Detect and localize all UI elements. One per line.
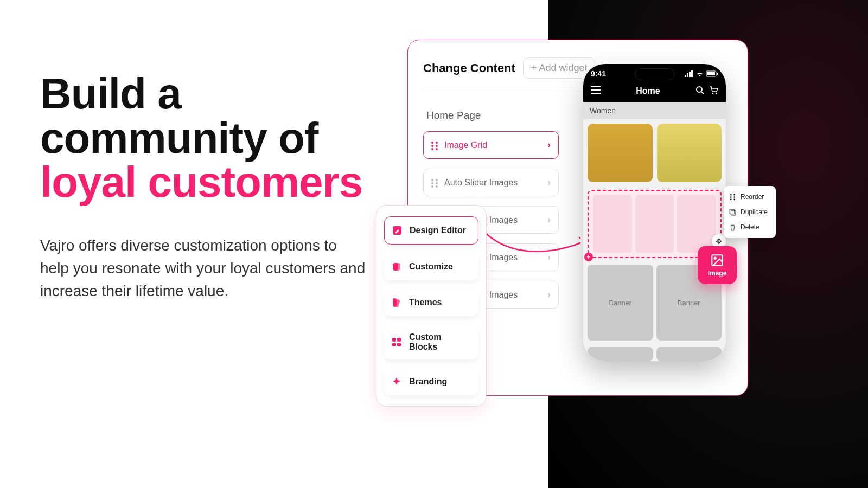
search-icon[interactable] bbox=[695, 86, 704, 97]
menu-item-themes[interactable]: Themes bbox=[384, 289, 478, 316]
svg-rect-8 bbox=[397, 343, 401, 346]
drag-handle-icon[interactable] bbox=[431, 179, 439, 187]
ctx-label: Delete bbox=[741, 223, 760, 231]
product-row bbox=[583, 119, 726, 187]
svg-rect-14 bbox=[707, 72, 715, 75]
tools-menu: Design EditorCustomizeThemesCustom Block… bbox=[376, 205, 487, 407]
svg-rect-2 bbox=[396, 263, 400, 271]
svg-rect-10 bbox=[687, 73, 688, 77]
svg-rect-12 bbox=[691, 70, 693, 77]
ctx-reorder[interactable]: Reorder bbox=[724, 189, 776, 204]
app-bar: Home bbox=[591, 86, 718, 97]
phone-status-icons bbox=[685, 70, 718, 77]
menu-item-customize[interactable]: Customize bbox=[384, 253, 478, 280]
svg-rect-6 bbox=[397, 338, 401, 342]
chevron-right-icon: › bbox=[547, 214, 551, 226]
widget-label: Image Grid bbox=[444, 140, 542, 150]
grid-slot bbox=[635, 195, 674, 253]
product-thumbnail[interactable] bbox=[588, 124, 653, 182]
drag-icon bbox=[729, 194, 736, 201]
insert-image-label: Image bbox=[708, 269, 727, 277]
menu-label: Customize bbox=[409, 262, 453, 272]
ctx-label: Reorder bbox=[741, 193, 764, 201]
signal-icon bbox=[685, 70, 693, 77]
svg-point-22 bbox=[733, 196, 735, 198]
svg-point-19 bbox=[730, 194, 732, 195]
banner-row bbox=[583, 344, 726, 361]
phone-time: 9:41 bbox=[591, 69, 606, 78]
phone-preview: 9:41 Home Women bbox=[583, 64, 726, 361]
hero-body: Vajro offers diverse customization optio… bbox=[40, 234, 366, 303]
svg-rect-9 bbox=[685, 75, 686, 77]
ctx-duplicate[interactable]: Duplicate bbox=[724, 204, 776, 220]
svg-point-16 bbox=[697, 87, 702, 92]
grid-slot bbox=[677, 195, 716, 253]
widget-label: Auto Slider Images bbox=[444, 178, 542, 188]
chevron-right-icon: › bbox=[547, 139, 551, 151]
svg-rect-5 bbox=[392, 338, 396, 342]
hero-line-3: loyal customers bbox=[40, 158, 362, 206]
phone-body: Women + ✥ Banner Banner bbox=[583, 102, 726, 361]
svg-rect-7 bbox=[392, 343, 396, 346]
grid-icon bbox=[391, 336, 403, 348]
svg-point-17 bbox=[712, 93, 714, 94]
menu-label: Branding bbox=[409, 377, 447, 387]
image-icon bbox=[710, 253, 724, 267]
svg-point-28 bbox=[714, 258, 716, 259]
svg-point-21 bbox=[730, 196, 732, 198]
pencil-square-icon bbox=[391, 224, 403, 236]
chevron-right-icon: › bbox=[547, 289, 551, 300]
hero-copy: Build a community of loyal customers Vaj… bbox=[40, 72, 366, 303]
banner-placeholder[interactable] bbox=[588, 347, 653, 361]
menu-item-branding[interactable]: Branding bbox=[384, 368, 478, 395]
svg-point-18 bbox=[716, 93, 717, 94]
menu-label: Design Editor bbox=[410, 226, 466, 235]
menu-label: Custom Blocks bbox=[409, 332, 472, 352]
hamburger-icon[interactable] bbox=[591, 86, 601, 96]
menu-label: Themes bbox=[409, 298, 442, 307]
banner-placeholder[interactable] bbox=[656, 347, 722, 361]
svg-point-24 bbox=[733, 198, 735, 200]
screen-title: Home bbox=[636, 86, 660, 96]
add-widget-button[interactable]: + Add widget bbox=[523, 57, 596, 79]
hero-heading: Build a community of loyal customers bbox=[40, 72, 366, 204]
add-slot-icon[interactable]: + bbox=[584, 253, 593, 261]
hero-line-1: Build a bbox=[40, 69, 181, 118]
editor-title: Change Content bbox=[423, 61, 515, 75]
hero-line-2: community of bbox=[40, 114, 318, 162]
grid-slot bbox=[593, 195, 632, 253]
svg-rect-26 bbox=[730, 209, 735, 214]
ctx-label: Duplicate bbox=[741, 208, 768, 216]
phone-statusbar: 9:41 Home bbox=[583, 64, 726, 102]
category-label: Women bbox=[583, 102, 726, 119]
widget-item[interactable]: Auto Slider Images› bbox=[423, 169, 559, 196]
ctx-delete[interactable]: Delete bbox=[724, 220, 776, 235]
svg-rect-11 bbox=[689, 72, 691, 77]
svg-point-20 bbox=[733, 194, 735, 195]
trash-icon bbox=[729, 224, 736, 231]
battery-icon bbox=[706, 70, 718, 77]
svg-point-23 bbox=[730, 198, 732, 200]
swatch-icon bbox=[391, 297, 403, 309]
chevron-right-icon: › bbox=[547, 177, 551, 188]
widget-item[interactable]: Image Grid› bbox=[423, 131, 559, 159]
svg-rect-25 bbox=[731, 210, 736, 215]
cart-icon[interactable] bbox=[710, 86, 718, 97]
sparkle-icon bbox=[391, 376, 403, 388]
insert-image-button[interactable]: Image bbox=[698, 246, 737, 284]
chevron-right-icon: › bbox=[547, 252, 551, 263]
banner-placeholder[interactable]: Banner bbox=[588, 265, 653, 341]
phone-notch bbox=[635, 68, 675, 80]
menu-item-custom-blocks[interactable]: Custom Blocks bbox=[384, 325, 478, 359]
copy-icon bbox=[729, 209, 736, 216]
product-thumbnail[interactable] bbox=[657, 124, 722, 182]
menu-item-design-editor[interactable]: Design Editor bbox=[384, 216, 478, 245]
wifi-icon bbox=[695, 70, 704, 77]
drag-handle-icon[interactable] bbox=[431, 142, 439, 149]
context-menu: Reorder Duplicate Delete bbox=[724, 186, 776, 238]
svg-rect-15 bbox=[717, 73, 718, 75]
palette-icon bbox=[391, 261, 403, 273]
